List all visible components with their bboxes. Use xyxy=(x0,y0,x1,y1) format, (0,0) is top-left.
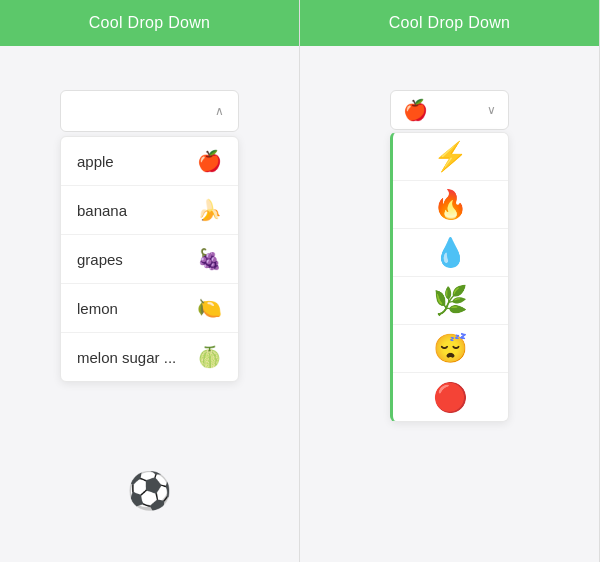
right-dropdown-trigger[interactable]: 🍎 ∨ xyxy=(390,90,509,130)
right-dropdown: 🍎 ∨ ⚡ 🔥 💧 🌿 😴 🔴 xyxy=(390,90,509,422)
list-item[interactable]: 🌿 xyxy=(393,277,508,325)
right-dropdown-list: ⚡ 🔥 💧 🌿 😴 🔴 xyxy=(390,132,509,422)
right-panel-title: Cool Drop Down xyxy=(389,14,511,31)
list-item[interactable]: 😴 xyxy=(393,325,508,373)
pokemon-emoji: 💧 xyxy=(433,236,468,269)
item-label: banana xyxy=(77,202,127,219)
item-emoji: 🍈 xyxy=(197,345,222,369)
item-emoji: 🍇 xyxy=(197,247,222,271)
right-panel-header: Cool Drop Down xyxy=(300,0,599,46)
list-item[interactable]: 🔴 xyxy=(393,373,508,421)
left-panel-title: Cool Drop Down xyxy=(89,14,211,31)
item-emoji: 🍌 xyxy=(197,198,222,222)
pokeball-icon: ⚽ xyxy=(127,470,172,512)
pokeball-emoji: 🔴 xyxy=(433,381,468,414)
right-panel: Cool Drop Down 🍎 ∨ ⚡ 🔥 💧 🌿 😴 xyxy=(300,0,600,562)
left-selected-display: ⚽ xyxy=(0,470,299,512)
item-label: melon sugar ... xyxy=(77,349,176,366)
item-emoji: 🍎 xyxy=(197,149,222,173)
item-label: apple xyxy=(77,153,114,170)
list-item[interactable]: banana 🍌 xyxy=(61,186,238,235)
list-item[interactable]: grapes 🍇 xyxy=(61,235,238,284)
pokemon-emoji: 🔥 xyxy=(433,188,468,221)
left-panel-header: Cool Drop Down xyxy=(0,0,299,46)
trigger-content: 🍎 xyxy=(403,98,428,122)
left-dropdown-trigger[interactable]: ∧ xyxy=(60,90,239,132)
left-dropdown-list: apple 🍎 banana 🍌 grapes 🍇 lemon 🍋 melon … xyxy=(60,136,239,382)
item-label: lemon xyxy=(77,300,118,317)
list-item[interactable]: ⚡ xyxy=(393,133,508,181)
list-item[interactable]: melon sugar ... 🍈 xyxy=(61,333,238,381)
item-emoji: 🍋 xyxy=(197,296,222,320)
list-item[interactable]: apple 🍎 xyxy=(61,137,238,186)
pokemon-emoji: 🌿 xyxy=(433,284,468,317)
list-item[interactable]: 🔥 xyxy=(393,181,508,229)
item-label: grapes xyxy=(77,251,123,268)
chevron-down-icon: ∨ xyxy=(487,103,496,117)
left-panel: Cool Drop Down ∧ apple 🍎 banana 🍌 grapes… xyxy=(0,0,300,562)
list-item[interactable]: lemon 🍋 xyxy=(61,284,238,333)
pokemon-emoji: 😴 xyxy=(433,332,468,365)
pokemon-emoji: ⚡ xyxy=(433,140,468,173)
selected-fruit-emoji: 🍎 xyxy=(403,98,428,122)
chevron-up-icon: ∧ xyxy=(215,104,224,118)
left-dropdown: ∧ apple 🍎 banana 🍌 grapes 🍇 lemon 🍋 melo… xyxy=(60,90,239,382)
list-item[interactable]: 💧 xyxy=(393,229,508,277)
